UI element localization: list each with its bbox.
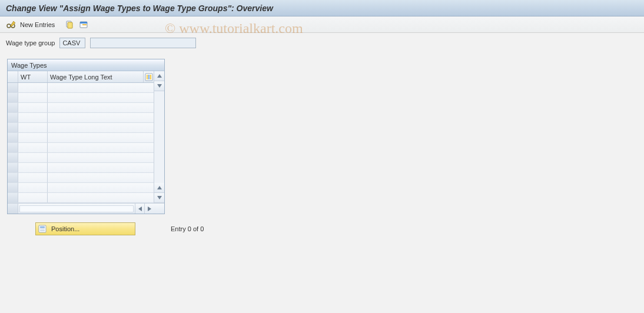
cell-long-text[interactable] [48, 103, 154, 112]
wage-types-panel: Wage Types WT Wage Type Long Text [7, 59, 165, 214]
wage-type-group-desc [90, 38, 196, 48]
svg-marker-12 [157, 84, 162, 88]
h-scroll-track[interactable] [19, 205, 134, 212]
table-row[interactable] [8, 193, 154, 203]
row-selector[interactable] [8, 173, 18, 182]
row-selector[interactable] [8, 193, 18, 202]
svg-rect-19 [40, 228, 45, 229]
cell-long-text[interactable] [48, 183, 154, 192]
wage-type-group-label: Wage type group [6, 39, 55, 46]
cell-wt[interactable] [18, 193, 48, 202]
svg-rect-20 [40, 230, 45, 231]
position-button-label: Position... [51, 225, 79, 232]
wage-types-grid: WT Wage Type Long Text [8, 71, 164, 203]
row-selector[interactable] [8, 103, 18, 112]
horizontal-scrollbar[interactable] [8, 203, 164, 214]
cell-wt[interactable] [18, 93, 48, 102]
row-selector[interactable] [8, 93, 18, 102]
row-selector[interactable] [8, 133, 18, 142]
glasses-pencil-icon[interactable] [6, 19, 16, 30]
svg-marker-11 [157, 74, 162, 78]
bottom-row-selector[interactable] [8, 204, 18, 214]
cell-long-text[interactable] [48, 83, 154, 92]
scroll-track[interactable] [154, 91, 164, 183]
cell-wt[interactable] [18, 143, 48, 152]
cell-wt[interactable] [18, 123, 48, 132]
column-config-icon[interactable] [143, 71, 154, 82]
scroll-down-bottom-icon[interactable] [154, 193, 164, 203]
cell-long-text[interactable] [48, 153, 154, 162]
svg-marker-13 [157, 186, 162, 189]
svg-marker-14 [157, 196, 162, 199]
table-row[interactable] [8, 183, 154, 193]
cell-long-text[interactable] [48, 123, 154, 132]
scroll-down-icon[interactable] [154, 81, 164, 91]
svg-rect-3 [68, 22, 72, 28]
title-bar: Change View "Assign Wage Types to Wage T… [0, 0, 644, 16]
row-selector[interactable] [8, 143, 18, 152]
table-row[interactable] [8, 153, 154, 163]
table-row[interactable] [8, 123, 154, 133]
cell-long-text[interactable] [48, 193, 154, 202]
cell-long-text[interactable] [48, 163, 154, 172]
position-button[interactable]: Position... [35, 222, 135, 235]
scroll-right-icon[interactable] [144, 204, 154, 214]
table-row[interactable] [8, 103, 154, 113]
form-area: Wage type group CASV [0, 33, 644, 52]
scroll-left-icon[interactable] [135, 204, 144, 214]
scroll-up-bottom-icon[interactable] [154, 183, 164, 193]
row-selector[interactable] [8, 153, 18, 162]
table-row[interactable] [8, 113, 154, 123]
cell-long-text[interactable] [48, 173, 154, 182]
svg-rect-6 [82, 24, 87, 25]
svg-marker-16 [148, 207, 151, 211]
row-selector[interactable] [8, 183, 18, 192]
cell-wt[interactable] [18, 173, 48, 182]
column-header-selector[interactable] [8, 71, 18, 82]
table-row[interactable] [8, 93, 154, 103]
svg-rect-9 [148, 75, 150, 79]
toolbar: New Entries [0, 16, 644, 33]
cell-wt[interactable] [18, 83, 48, 92]
entry-count-text: Entry 0 of 0 [171, 225, 204, 232]
cell-long-text[interactable] [48, 143, 154, 152]
footer-row: Position... Entry 0 of 0 [35, 222, 644, 235]
svg-point-0 [7, 24, 11, 28]
table-row[interactable] [8, 163, 154, 173]
cell-wt[interactable] [18, 153, 48, 162]
cell-wt[interactable] [18, 133, 48, 142]
table-row[interactable] [8, 173, 154, 183]
copy-icon[interactable] [64, 19, 75, 30]
column-header-long-text[interactable]: Wage Type Long Text [48, 71, 143, 82]
table-row[interactable] [8, 133, 154, 143]
column-header-row: WT Wage Type Long Text [8, 71, 154, 83]
panel-title: Wage Types [8, 59, 164, 71]
column-header-wt[interactable]: WT [18, 71, 48, 82]
cell-long-text[interactable] [48, 113, 154, 122]
cell-wt[interactable] [18, 183, 48, 192]
table-row[interactable] [8, 83, 154, 93]
svg-rect-8 [147, 75, 148, 79]
vertical-scrollbar[interactable] [154, 71, 164, 203]
row-selector[interactable] [8, 113, 18, 122]
wage-type-group-code[interactable]: CASV [59, 38, 85, 48]
position-icon [38, 224, 48, 234]
svg-rect-5 [80, 22, 87, 24]
new-entries-button[interactable]: New Entries [20, 21, 58, 28]
row-selector[interactable] [8, 123, 18, 132]
page-title: Change View "Assign Wage Types to Wage T… [6, 4, 273, 13]
svg-rect-18 [40, 227, 45, 228]
cell-long-text[interactable] [48, 133, 154, 142]
cell-wt[interactable] [18, 113, 48, 122]
delimit-icon[interactable] [78, 19, 89, 30]
svg-marker-15 [138, 207, 142, 211]
row-selector[interactable] [8, 163, 18, 172]
cell-wt[interactable] [18, 163, 48, 172]
cell-wt[interactable] [18, 103, 48, 112]
scroll-up-icon[interactable] [154, 71, 164, 81]
table-row[interactable] [8, 143, 154, 153]
svg-rect-10 [150, 75, 151, 79]
cell-long-text[interactable] [48, 93, 154, 102]
row-selector[interactable] [8, 83, 18, 92]
